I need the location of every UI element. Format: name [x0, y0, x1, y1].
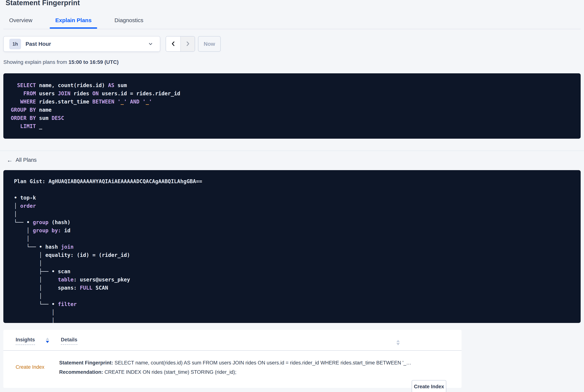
statement-fingerprint-label: Statement Fingerprint: [59, 360, 113, 366]
insights-table-header: Insights Details [3, 330, 462, 351]
sql-statement-panel: SELECT name, count(rides.id) AS sum FROM… [3, 73, 581, 139]
sort-icon[interactable] [396, 340, 400, 345]
statement-fingerprint-line: Statement Fingerprint:SELECT name, count… [59, 358, 411, 368]
sql-statement: SELECT name, count(rides.id) AS sum FROM… [11, 81, 573, 130]
details-cell: Statement Fingerprint:SELECT name, count… [59, 351, 411, 384]
chevron-down-icon [148, 41, 153, 46]
insights-header-label[interactable]: Insights [16, 337, 35, 345]
chevron-left-icon [170, 41, 176, 47]
sort-desc-icon[interactable] [46, 338, 49, 343]
plan-gist: Plan Gist: AgHUAQIABQAAAAHYAQIAiAEAAAAAD… [14, 178, 573, 186]
tab-diagnostics[interactable]: Diagnostics [109, 17, 149, 28]
table-row: Create Index Statement Fingerprint:SELEC… [3, 351, 462, 384]
insights-column-header: Insights [16, 337, 59, 345]
tab-bar: Overview Explain Plans Diagnostics [3, 17, 149, 28]
summary-range: 15:00 to 16:59 (UTC) [68, 59, 118, 65]
plan-gist-panel: Plan Gist: AgHUAQIABQAAAAHYAQIAiAEAAAAAD… [3, 170, 581, 323]
time-range-dropdown[interactable]: 1h Past Hour [3, 36, 160, 52]
insights-card: Insights Details Create Index Statement … [3, 330, 462, 388]
time-range-selected: Past Hour [25, 41, 51, 47]
all-plans-link[interactable]: ← All Plans [7, 157, 37, 163]
recommendation-text: CREATE INDEX ON rides (start_time) STORI… [105, 369, 237, 375]
time-range-summary: Showing explain plans from 15:00 to 16:5… [3, 59, 118, 65]
insight-cell: Create Index [16, 351, 59, 384]
section-divider [0, 150, 584, 151]
chevron-right-icon [185, 41, 191, 47]
time-nav-group [166, 36, 195, 52]
statement-fingerprint-text: SELECT name, count(rides.id) AS sum FROM… [115, 360, 411, 366]
plan-gist-value: AgHUAQIABQAAAAHYAQIAiAEAAAAADCQACAgAABQI… [48, 178, 202, 184]
statement-fingerprint-page: Statement Fingerprint Overview Explain P… [0, 0, 584, 392]
create-index-link[interactable]: Create Index [16, 364, 44, 370]
tab-overview[interactable]: Overview [3, 17, 38, 28]
details-column-header: Details [61, 337, 77, 343]
plan-tree: • top-k│ order│└── • group (hash) │ grou… [14, 194, 573, 323]
back-arrow-icon: ← [7, 157, 13, 163]
tab-bar-divider [3, 29, 581, 29]
previous-interval-button[interactable] [166, 36, 180, 51]
tab-explain-plans[interactable]: Explain Plans [50, 17, 97, 28]
recommendation-line: Recommendation:CREATE INDEX ON rides (st… [59, 368, 411, 377]
recommendation-label: Recommendation: [59, 369, 103, 375]
details-header-label[interactable]: Details [61, 337, 77, 345]
time-range-badge: 1h [9, 39, 21, 49]
next-interval-button[interactable] [180, 36, 195, 51]
now-button[interactable]: Now [198, 36, 221, 52]
create-index-button[interactable]: Create Index [412, 380, 446, 392]
summary-prefix: Showing explain plans from [3, 59, 68, 65]
all-plans-label: All Plans [16, 157, 37, 163]
plan-gist-prefix: Plan Gist: [14, 178, 48, 184]
page-title: Statement Fingerprint [5, 0, 80, 7]
